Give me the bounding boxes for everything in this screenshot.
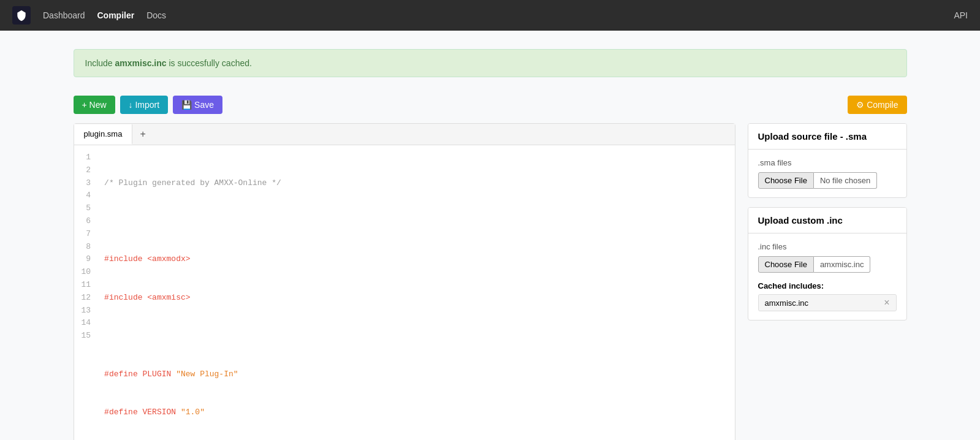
upload-sma-panel: Upload source file - .sma .sma files Cho… [748,123,907,198]
nav-compiler[interactable]: Compiler [97,10,135,20]
upload-sma-body: .sma files Choose File No file chosen [748,150,906,197]
compile-button[interactable]: ⚙ Compile [848,96,906,114]
upload-sma-header: Upload source file - .sma [748,124,906,150]
code-content: /* Plugin generated by AMXX-Online */ #i… [98,151,321,440]
upload-inc-panel: Upload custom .inc .inc files Choose Fil… [748,207,907,321]
sma-file-label: .sma files [758,158,897,167]
right-panels: Upload source file - .sma .sma files Cho… [748,123,907,321]
sma-file-input-row: Choose File No file chosen [758,172,897,189]
alert-text-prefix: Include [85,58,115,68]
inc-choose-file-button[interactable]: Choose File [758,256,814,273]
main-content: Include amxmisc.inc is succesfully cache… [61,31,919,440]
nav-docs[interactable]: Docs [146,10,166,20]
sma-choose-file-button[interactable]: Choose File [758,172,814,189]
cached-item: amxmisc.inc × [758,294,897,311]
success-alert: Include amxmisc.inc is succesfully cache… [74,49,907,77]
alert-highlight: amxmisc.inc [115,58,167,68]
cached-item-remove-button[interactable]: × [884,298,889,308]
code-line-3: #include <amxmodx> [104,253,314,266]
code-line-6: #define PLUGIN "New Plug-In" [104,368,314,381]
code-line-4: #include <amxmisc> [104,292,314,305]
code-area: 12345 678910 1112131415 /* Plugin genera… [74,145,735,440]
editor-tabs: plugin.sma + [74,124,735,145]
editor-panel: plugin.sma + 12345 678910 1112131415 /* … [74,123,735,440]
code-line-7: #define VERSION "1.0" [104,406,314,419]
toolbar: + New ↓ Import 💾 Save ⚙ Compile [74,96,907,114]
import-button[interactable]: ↓ Import [120,96,169,114]
nav-dashboard[interactable]: Dashboard [43,10,85,20]
editor-wrapper: plugin.sma + 12345 678910 1112131415 /* … [74,123,907,440]
cached-includes-label: Cached includes: [758,281,897,290]
cached-item-name: amxmisc.inc [765,298,809,308]
upload-inc-body: .inc files Choose File amxmisc.inc Cache… [748,233,906,320]
new-button[interactable]: + New [74,96,115,114]
inc-file-name: amxmisc.inc [814,256,871,273]
cached-includes-section: Cached includes: amxmisc.inc × [758,281,897,311]
navbar: Dashboard Compiler Docs API [0,0,980,31]
nav-api: API [954,10,968,20]
logo [12,6,31,25]
inc-file-input-row: Choose File amxmisc.inc [758,256,897,273]
sma-file-name: No file chosen [814,172,877,189]
code-line-1: /* Plugin generated by AMXX-Online */ [104,177,314,190]
save-button[interactable]: 💾 Save [173,96,222,114]
upload-inc-header: Upload custom .inc [748,208,906,233]
editor-tab-plugin[interactable]: plugin.sma [74,124,133,145]
inc-file-label: .inc files [758,242,897,251]
line-numbers: 12345 678910 1112131415 [74,151,99,440]
editor-add-tab-button[interactable]: + [132,124,153,145]
code-line-2 [104,215,314,228]
code-line-5 [104,330,314,343]
alert-text-suffix: is succesfully cached. [167,58,252,68]
